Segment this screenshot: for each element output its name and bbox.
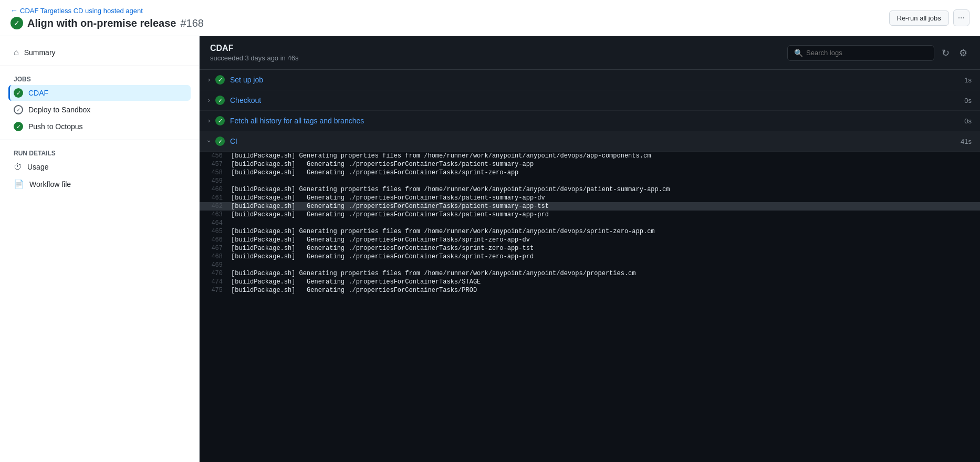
sidebar-run-details-section: Run details ⏱ Usage 📄 Workflow file [0,145,199,192]
step-checkout[interactable]: › ✓ Checkout 0s [200,90,980,111]
log-header-right: 🔍 ↻ ⚙ [787,45,969,61]
log-line-number: 461 [200,194,231,202]
sidebar-item-deploy[interactable]: ✓ Deploy to Sandbox [8,102,191,118]
log-line: 469 [200,261,980,269]
log-line-number: 462 [200,203,231,210]
file-icon: 📄 [14,179,24,189]
success-icon: ✓ [11,17,23,29]
step-checkout-name: Checkout [230,96,959,104]
page-title-number: #168 [180,17,204,29]
chevron-right-icon-2: › [208,97,210,104]
refresh-button[interactable]: ↻ [940,45,952,61]
log-line-number: 465 [200,228,231,235]
log-line-number: 459 [200,177,231,185]
log-line-content: [buildPackage.sh] Generating ./propertie… [231,211,557,218]
sidebar-summary-label: Summary [24,48,56,57]
log-output[interactable]: 456[buildPackage.sh] Generating properti… [200,152,980,462]
log-line-number: 474 [200,278,231,286]
settings-button[interactable]: ⚙ [957,45,969,61]
push-label: Push to Octopus [28,122,83,131]
step-fetch-name: Fetch all history for all tags and branc… [230,117,959,125]
log-header-left: CDAF succeeded 3 days ago in 46s [210,44,298,62]
back-link[interactable]: ← CDAF Targetless CD using hosted agent [11,6,204,15]
log-line-number: 469 [200,261,231,269]
log-line: 475[buildPackage.sh] Generating ./proper… [200,286,980,295]
step-ci-name: CI [230,137,955,145]
deploy-label: Deploy to Sandbox [28,106,90,114]
log-line-number: 458 [200,169,231,176]
log-line-content: [buildPackage.sh] Generating ./propertie… [231,287,485,294]
top-bar-right: Re-run all jobs ··· [889,9,969,26]
breadcrumb-text: CDAF Targetless CD using hosted agent [20,7,143,15]
step-checkout-duration: 0s [964,97,972,104]
step-ci-duration: 41s [961,138,972,145]
log-job-name: CDAF [210,44,298,53]
step-fetch[interactable]: › ✓ Fetch all history for all tags and b… [200,111,980,131]
deploy-circle-icon: ✓ [14,105,23,114]
title-row: ✓ Align with on-premise release #168 [11,17,204,29]
log-line-number: 457 [200,161,231,168]
step-ci-success-icon: ✓ [215,136,225,146]
step-ci[interactable]: › ✓ CI 41s [200,131,980,152]
log-line: 470[buildPackage.sh] Generating properti… [200,269,980,278]
sidebar-item-workflow[interactable]: 📄 Workflow file [8,176,191,192]
sidebar-item-push[interactable]: ✓ Push to Octopus [8,119,191,134]
clock-icon: ⏱ [14,162,22,172]
log-line-content: [buildPackage.sh] Generating properties … [231,152,659,160]
log-line-content: [buildPackage.sh] Generating ./propertie… [231,161,542,168]
log-line-content: [buildPackage.sh] Generating ./propertie… [231,278,489,286]
log-line-content: [buildPackage.sh] Generating ./propertie… [231,245,542,252]
log-line: 467[buildPackage.sh] Generating ./proper… [200,244,980,253]
step-fetch-duration: 0s [964,117,972,125]
cdaf-success-icon: ✓ [14,88,23,98]
search-logs-container[interactable]: 🔍 [787,45,934,61]
home-icon: ⌂ [14,48,19,57]
log-line: 458[buildPackage.sh] Generating ./proper… [200,169,980,177]
sidebar-item-cdaf[interactable]: ✓ CDAF [8,85,191,101]
log-line: 466[buildPackage.sh] Generating ./proper… [200,236,980,244]
sidebar: ⌂ Summary Jobs ✓ CDAF ✓ Deploy to Sandbo… [0,36,200,462]
log-steps: › ✓ Set up job 1s › ✓ Checkout 0s › ✓ Fe… [200,70,980,152]
more-options-button[interactable]: ··· [953,9,969,26]
log-line: 460[buildPackage.sh] Generating properti… [200,185,980,194]
rerun-all-jobs-button[interactable]: Re-run all jobs [889,10,949,26]
step-setup-duration: 1s [964,76,972,84]
log-line-content: [buildPackage.sh] Generating ./propertie… [231,253,542,260]
log-line: 464 [200,219,980,227]
log-line-number: 456 [200,152,231,160]
sidebar-summary-section: ⌂ Summary [0,45,199,60]
log-line-content: [buildPackage.sh] Generating properties … [231,228,663,235]
chevron-right-icon: › [208,76,210,83]
main-layout: ⌂ Summary Jobs ✓ CDAF ✓ Deploy to Sandbo… [0,36,980,462]
log-line-number: 466 [200,236,231,244]
log-line-content: [buildPackage.sh] Generating properties … [231,270,644,277]
sidebar-item-usage[interactable]: ⏱ Usage [8,159,191,175]
log-line: 457[buildPackage.sh] Generating ./proper… [200,160,980,169]
step-setup-name: Set up job [230,76,959,84]
sidebar-item-summary[interactable]: ⌂ Summary [8,45,191,60]
content-area: CDAF succeeded 3 days ago in 46s 🔍 ↻ ⚙ ›… [200,36,980,462]
top-bar: ← CDAF Targetless CD using hosted agent … [0,0,980,36]
log-line-number: 467 [200,245,231,252]
log-line: 461[buildPackage.sh] Generating ./proper… [200,194,980,202]
log-line-content: [buildPackage.sh] Generating ./propertie… [231,236,538,244]
search-icon: 🔍 [794,49,803,57]
step-setup-success-icon: ✓ [215,75,225,85]
jobs-section-label: Jobs [8,71,191,85]
top-bar-left: ← CDAF Targetless CD using hosted agent … [11,6,204,29]
chevron-down-icon: › [205,140,213,142]
log-line: 468[buildPackage.sh] Generating ./proper… [200,253,980,261]
back-arrow-icon: ← [11,6,18,15]
step-setup[interactable]: › ✓ Set up job 1s [200,70,980,90]
search-logs-input[interactable] [806,49,927,57]
chevron-right-icon-3: › [208,117,210,124]
log-line-number: 464 [200,219,231,227]
sidebar-jobs-section: Jobs ✓ CDAF ✓ Deploy to Sandbox ✓ Push t… [0,71,199,134]
log-header: CDAF succeeded 3 days ago in 46s 🔍 ↻ ⚙ [200,36,980,70]
log-line-number: 460 [200,186,231,193]
cdaf-label: CDAF [28,89,48,97]
push-success-icon: ✓ [14,122,23,131]
run-details-section-label: Run details [8,145,191,159]
workflow-label: Workflow file [29,180,71,188]
log-line: 463[buildPackage.sh] Generating ./proper… [200,211,980,219]
